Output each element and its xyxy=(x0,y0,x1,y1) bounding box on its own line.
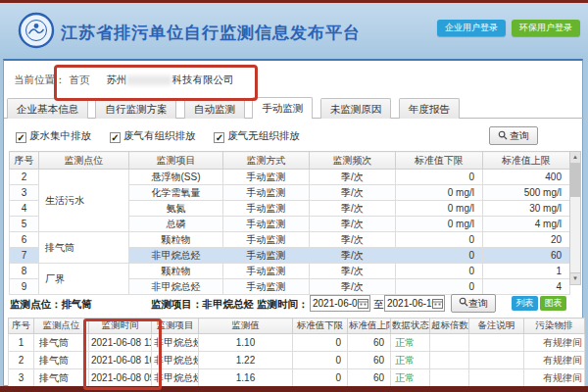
cell-lower-limit: 0 xyxy=(293,334,348,352)
status-badge: 正常 xyxy=(391,334,430,352)
cell-no: 3 xyxy=(9,369,34,387)
cell-no: 4 xyxy=(10,201,39,217)
company-name-suffix: 科技有限公司 xyxy=(172,74,233,85)
col-header-remark: 备注说明 xyxy=(469,318,524,334)
cell-discharge: 有规律间 xyxy=(524,369,585,387)
cell-point: 排气筒 xyxy=(39,232,129,264)
cell-lower-limit: 0 xyxy=(396,248,483,264)
enterprise-login-button[interactable]: 企业用户登录 xyxy=(437,20,506,36)
checkbox-checked-icon[interactable]: ✓ xyxy=(110,132,121,143)
selected-item: 监测项目：非甲烷总烃 xyxy=(151,298,254,312)
tab-annual-report[interactable]: 年度报告 xyxy=(399,98,460,119)
cell-upper-limit: 400 xyxy=(483,170,570,185)
col-header-upper-limit: 标准值上限 xyxy=(348,318,391,334)
cell-point: 排气筒 xyxy=(34,352,89,369)
checkbox-organized-gas[interactable]: ✓废气有组织排放 xyxy=(110,129,196,143)
col-header-lower-limit: 标准值下限 xyxy=(293,318,348,334)
table-row[interactable]: 1 排气筒 2021-06-08 11 非甲烷总烃 1.10 0 60 正常 有… xyxy=(9,334,585,352)
status-badge: 正常 xyxy=(391,369,430,387)
cell-remark xyxy=(469,369,524,387)
cell-method: 手动监测 xyxy=(223,264,310,279)
checkbox-unorganized-gas[interactable]: ✓废气无组织排放 xyxy=(214,129,300,143)
cell-lower-limit: 0 mg/l xyxy=(396,185,483,201)
table-row[interactable]: 2 排气筒 2021-06-08 10 非甲烷总烃 1.22 0 60 正常 有… xyxy=(9,352,585,369)
scroll-down-icon[interactable]: ▼ xyxy=(570,272,580,284)
scroll-up-icon[interactable]: ▲ xyxy=(570,152,580,164)
cell-frequency: 季/次 xyxy=(310,248,396,264)
date-to-input[interactable]: 2021-06-10 xyxy=(384,295,445,312)
cell-frequency: 季/次 xyxy=(310,279,396,295)
col-header-no: 序号 xyxy=(10,152,39,170)
cell-item: 颗粒物 xyxy=(129,264,223,279)
point-label: 监测点位： xyxy=(10,298,62,310)
col-header-exceed-multiple: 超标倍数 xyxy=(430,318,469,334)
query-button[interactable]: 查询 xyxy=(489,126,538,145)
scrollbar-thumb[interactable] xyxy=(570,164,580,197)
cell-item: 氨氮 xyxy=(129,201,223,217)
breadcrumb-home-link[interactable]: 首页 xyxy=(70,74,90,85)
col-header-lower-limit: 标准值下限 xyxy=(396,152,483,170)
cell-frequency: 季/次 xyxy=(310,217,396,232)
cell-item: 化学需氧量 xyxy=(129,185,223,201)
cell-no: 1 xyxy=(9,334,34,352)
checkbox-checked-icon[interactable]: ✓ xyxy=(16,132,26,143)
selected-point: 监测点位：排气筒 xyxy=(10,298,92,312)
cell-upper-limit: 500 mg/l xyxy=(483,185,570,201)
site-title: 江苏省排污单位自行监测信息发布平台 xyxy=(61,22,361,44)
tab-monitoring-plan[interactable]: 自行监测方案 xyxy=(95,98,176,119)
chart-view-button[interactable]: 图表 xyxy=(540,296,566,311)
cell-exceed-multiple xyxy=(430,369,469,387)
epb-login-button[interactable]: 环保用户登录 xyxy=(512,20,580,36)
tab-enterprise-info[interactable]: 企业基本信息 xyxy=(7,98,88,119)
table-row[interactable]: 3 排气筒 2021-06-08 09 非甲烷总烃 1.16 0 60 正常 有… xyxy=(9,369,585,387)
cell-no: 2 xyxy=(9,352,34,369)
checkbox-checked-icon[interactable]: ✓ xyxy=(214,132,224,143)
col-header-discharge: 污染物排 xyxy=(524,318,585,334)
tab-manual-monitoring[interactable]: 手动监测 xyxy=(252,97,313,119)
vertical-scrollbar[interactable]: ▲ ▼ xyxy=(569,151,581,285)
col-header-data-status: 数据状态 xyxy=(391,318,430,334)
cell-method: 手动监测 xyxy=(223,279,310,295)
table-row[interactable]: 2 生活污水 悬浮物(SS) 手动监测 季/次 0 400 xyxy=(10,170,570,185)
detail-query-button[interactable]: 查询 xyxy=(451,294,496,313)
date-from-input[interactable]: 2021-06-07 xyxy=(310,295,370,312)
cell-no: 2 xyxy=(10,170,39,185)
cell-frequency: 季/次 xyxy=(310,201,396,217)
date-range-to-label: 至 xyxy=(373,298,384,312)
cell-upper-limit: 30 mg/l xyxy=(483,201,570,217)
list-view-button[interactable]: 列表 xyxy=(512,296,538,311)
col-header-value: 监测值 xyxy=(199,318,293,334)
cell-upper-limit: 60 xyxy=(348,369,391,387)
col-header-no: 序号 xyxy=(9,318,34,334)
checkbox-wastewater[interactable]: ✓废水集中排放 xyxy=(16,129,91,143)
cell-time: 2021-06-08 09 xyxy=(89,369,152,387)
cell-lower-limit: 0 xyxy=(293,369,348,387)
search-icon xyxy=(459,297,468,307)
table-row[interactable]: 8 厂界 颗粒物 手动监测 季/次 0 1 xyxy=(10,264,570,279)
table-row[interactable]: 6 排气筒 颗粒物 手动监测 季/次 0 20 xyxy=(10,232,570,248)
cell-item: 非甲烷总烃 xyxy=(129,279,223,295)
cell-no: 8 xyxy=(10,264,39,279)
cell-time: 2021-06-08 10 xyxy=(89,352,152,369)
agency-seal-logo xyxy=(18,12,55,49)
cell-no: 6 xyxy=(10,232,39,248)
tab-no-monitoring-reason[interactable]: 未监测原因 xyxy=(320,98,392,119)
cell-item: 悬浮物(SS) xyxy=(129,170,223,185)
cell-remark xyxy=(469,352,524,369)
cell-value: 1.22 xyxy=(199,352,293,369)
cell-point: 厂界 xyxy=(39,264,129,295)
cell-item: 非甲烷总烃 xyxy=(129,248,223,264)
col-header-point: 监测点位 xyxy=(34,318,89,334)
cell-item: 非甲烷总烃 xyxy=(152,352,199,369)
cell-lower-limit: 0 mg/l xyxy=(396,217,483,232)
company-name: 苏州科技有限公司 xyxy=(106,74,233,85)
cell-exceed-multiple xyxy=(430,352,469,369)
screen: 江苏省排污单位自行监测信息发布平台 企业用户登录 环保用户登录 当前位置：首页 … xyxy=(0,0,588,392)
cell-point: 生活污水 xyxy=(39,170,129,232)
cell-upper-limit: 4 xyxy=(483,279,570,295)
cell-method: 手动监测 xyxy=(223,185,310,201)
cell-frequency: 季/次 xyxy=(310,232,396,248)
cell-upper-limit: 20 xyxy=(483,232,570,248)
cell-value: 1.10 xyxy=(199,334,293,352)
tab-auto-monitoring[interactable]: 自动监测 xyxy=(184,98,245,119)
